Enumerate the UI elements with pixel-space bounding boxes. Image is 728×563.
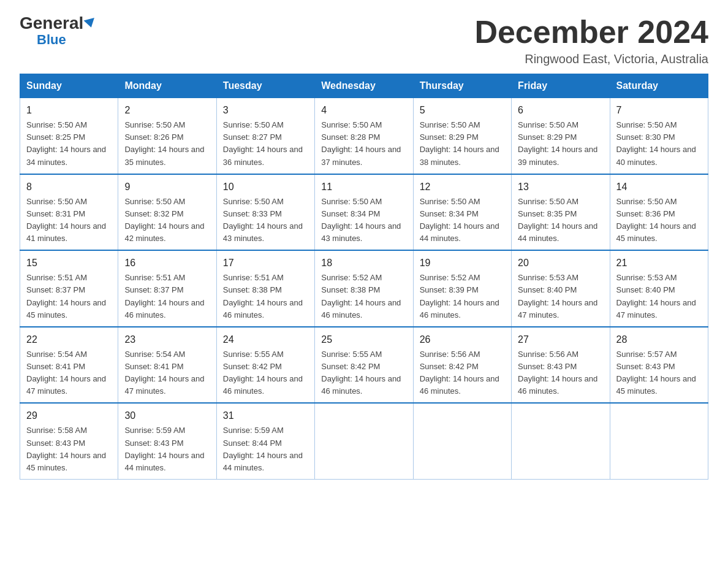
day-info: Sunrise: 5:56 AMSunset: 8:43 PMDaylight:…	[518, 348, 603, 398]
day-number: 31	[223, 408, 308, 423]
day-info: Sunrise: 5:53 AMSunset: 8:40 PMDaylight:…	[616, 272, 702, 321]
day-info: Sunrise: 5:50 AMSunset: 8:29 PMDaylight:…	[518, 119, 603, 169]
day-number: 29	[26, 408, 112, 423]
title-block: December 2024 Ringwood East, Victoria, A…	[474, 15, 708, 66]
day-info: Sunrise: 5:50 AMSunset: 8:36 PMDaylight:…	[616, 196, 702, 245]
calendar-cell: 25Sunrise: 5:55 AMSunset: 8:42 PMDayligh…	[315, 327, 413, 404]
day-info: Sunrise: 5:59 AMSunset: 8:44 PMDaylight:…	[223, 424, 308, 474]
day-number: 3	[223, 103, 308, 118]
day-number: 14	[616, 180, 702, 194]
calendar-cell: 17Sunrise: 5:51 AMSunset: 8:38 PMDayligh…	[216, 250, 314, 327]
calendar-cell: 8Sunrise: 5:50 AMSunset: 8:31 PMDaylight…	[20, 174, 118, 251]
calendar-header-row: SundayMondayTuesdayWednesdayThursdayFrid…	[20, 74, 708, 98]
calendar-cell: 3Sunrise: 5:50 AMSunset: 8:27 PMDaylight…	[216, 98, 314, 174]
day-info: Sunrise: 5:50 AMSunset: 8:31 PMDaylight:…	[26, 196, 112, 245]
calendar-cell: 14Sunrise: 5:50 AMSunset: 8:36 PMDayligh…	[610, 174, 708, 251]
day-info: Sunrise: 5:57 AMSunset: 8:43 PMDaylight:…	[616, 348, 702, 398]
calendar-cell: 10Sunrise: 5:50 AMSunset: 8:33 PMDayligh…	[216, 174, 314, 251]
day-info: Sunrise: 5:55 AMSunset: 8:42 PMDaylight:…	[321, 348, 406, 398]
day-number: 16	[124, 256, 210, 270]
day-info: Sunrise: 5:51 AMSunset: 8:37 PMDaylight:…	[26, 272, 112, 321]
header-friday: Friday	[512, 74, 610, 98]
day-number: 24	[223, 332, 308, 347]
day-info: Sunrise: 5:50 AMSunset: 8:34 PMDaylight:…	[321, 196, 406, 245]
calendar-cell: 13Sunrise: 5:50 AMSunset: 8:35 PMDayligh…	[512, 174, 610, 251]
day-info: Sunrise: 5:52 AMSunset: 8:39 PMDaylight:…	[420, 272, 505, 321]
day-info: Sunrise: 5:50 AMSunset: 8:25 PMDaylight:…	[26, 119, 112, 169]
day-number: 1	[26, 103, 112, 118]
day-info: Sunrise: 5:50 AMSunset: 8:28 PMDaylight:…	[321, 119, 406, 169]
calendar-cell: 16Sunrise: 5:51 AMSunset: 8:37 PMDayligh…	[118, 250, 216, 327]
day-number: 12	[420, 180, 505, 194]
calendar-cell: 2Sunrise: 5:50 AMSunset: 8:26 PMDaylight…	[118, 98, 216, 174]
calendar-week-row: 15Sunrise: 5:51 AMSunset: 8:37 PMDayligh…	[20, 250, 708, 327]
calendar-cell: 29Sunrise: 5:58 AMSunset: 8:43 PMDayligh…	[20, 403, 118, 479]
logo-blue-text: Blue	[37, 32, 66, 48]
day-number: 13	[518, 180, 603, 194]
header-saturday: Saturday	[610, 74, 708, 98]
calendar-table: SundayMondayTuesdayWednesdayThursdayFrid…	[20, 74, 708, 480]
day-number: 25	[321, 332, 406, 347]
calendar-week-row: 1Sunrise: 5:50 AMSunset: 8:25 PMDaylight…	[20, 98, 708, 174]
calendar-cell: 27Sunrise: 5:56 AMSunset: 8:43 PMDayligh…	[512, 327, 610, 404]
calendar-cell: 11Sunrise: 5:50 AMSunset: 8:34 PMDayligh…	[315, 174, 413, 251]
calendar-cell: 28Sunrise: 5:57 AMSunset: 8:43 PMDayligh…	[610, 327, 708, 404]
day-number: 10	[223, 180, 308, 194]
day-number: 6	[518, 103, 603, 118]
calendar-cell: 20Sunrise: 5:53 AMSunset: 8:40 PMDayligh…	[512, 250, 610, 327]
day-number: 23	[124, 332, 210, 347]
day-info: Sunrise: 5:50 AMSunset: 8:34 PMDaylight:…	[420, 196, 505, 245]
day-info: Sunrise: 5:50 AMSunset: 8:35 PMDaylight:…	[518, 196, 603, 245]
calendar-week-row: 8Sunrise: 5:50 AMSunset: 8:31 PMDaylight…	[20, 174, 708, 251]
month-title: December 2024	[474, 15, 708, 50]
calendar-cell: 21Sunrise: 5:53 AMSunset: 8:40 PMDayligh…	[610, 250, 708, 327]
day-number: 21	[616, 256, 702, 270]
logo-general-text: General	[20, 15, 96, 32]
calendar-cell	[315, 403, 413, 479]
day-number: 9	[124, 180, 210, 194]
calendar-cell	[413, 403, 511, 479]
header-tuesday: Tuesday	[216, 74, 314, 98]
day-info: Sunrise: 5:50 AMSunset: 8:30 PMDaylight:…	[616, 119, 702, 169]
calendar-week-row: 22Sunrise: 5:54 AMSunset: 8:41 PMDayligh…	[20, 327, 708, 404]
day-number: 20	[518, 256, 603, 270]
page-header: General Blue December 2024 Ringwood East…	[20, 15, 708, 66]
calendar-cell	[512, 403, 610, 479]
header-monday: Monday	[118, 74, 216, 98]
day-number: 5	[420, 103, 505, 118]
calendar-cell: 22Sunrise: 5:54 AMSunset: 8:41 PMDayligh…	[20, 327, 118, 404]
day-info: Sunrise: 5:50 AMSunset: 8:26 PMDaylight:…	[124, 119, 210, 169]
header-wednesday: Wednesday	[315, 74, 413, 98]
calendar-cell: 26Sunrise: 5:56 AMSunset: 8:42 PMDayligh…	[413, 327, 511, 404]
header-sunday: Sunday	[20, 74, 118, 98]
day-info: Sunrise: 5:50 AMSunset: 8:32 PMDaylight:…	[124, 196, 210, 245]
day-info: Sunrise: 5:56 AMSunset: 8:42 PMDaylight:…	[420, 348, 505, 398]
day-info: Sunrise: 5:50 AMSunset: 8:27 PMDaylight:…	[223, 119, 308, 169]
header-thursday: Thursday	[413, 74, 511, 98]
calendar-cell: 30Sunrise: 5:59 AMSunset: 8:43 PMDayligh…	[118, 403, 216, 479]
day-number: 17	[223, 256, 308, 270]
calendar-cell: 18Sunrise: 5:52 AMSunset: 8:38 PMDayligh…	[315, 250, 413, 327]
calendar-cell	[610, 403, 708, 479]
day-info: Sunrise: 5:59 AMSunset: 8:43 PMDaylight:…	[124, 424, 210, 474]
day-number: 26	[420, 332, 505, 347]
calendar-cell: 24Sunrise: 5:55 AMSunset: 8:42 PMDayligh…	[216, 327, 314, 404]
day-info: Sunrise: 5:54 AMSunset: 8:41 PMDaylight:…	[124, 348, 210, 398]
calendar-cell: 4Sunrise: 5:50 AMSunset: 8:28 PMDaylight…	[315, 98, 413, 174]
day-number: 7	[616, 103, 702, 118]
day-number: 2	[124, 103, 210, 118]
calendar-week-row: 29Sunrise: 5:58 AMSunset: 8:43 PMDayligh…	[20, 403, 708, 479]
day-number: 18	[321, 256, 406, 270]
day-info: Sunrise: 5:50 AMSunset: 8:33 PMDaylight:…	[223, 196, 308, 245]
day-number: 4	[321, 103, 406, 118]
calendar-cell: 6Sunrise: 5:50 AMSunset: 8:29 PMDaylight…	[512, 98, 610, 174]
day-number: 22	[26, 332, 112, 347]
day-info: Sunrise: 5:50 AMSunset: 8:29 PMDaylight:…	[420, 119, 505, 169]
day-info: Sunrise: 5:53 AMSunset: 8:40 PMDaylight:…	[518, 272, 603, 321]
day-number: 19	[420, 256, 505, 270]
location-subtitle: Ringwood East, Victoria, Australia	[474, 52, 708, 66]
calendar-cell: 1Sunrise: 5:50 AMSunset: 8:25 PMDaylight…	[20, 98, 118, 174]
day-number: 27	[518, 332, 603, 347]
calendar-cell: 23Sunrise: 5:54 AMSunset: 8:41 PMDayligh…	[118, 327, 216, 404]
calendar-cell: 9Sunrise: 5:50 AMSunset: 8:32 PMDaylight…	[118, 174, 216, 251]
